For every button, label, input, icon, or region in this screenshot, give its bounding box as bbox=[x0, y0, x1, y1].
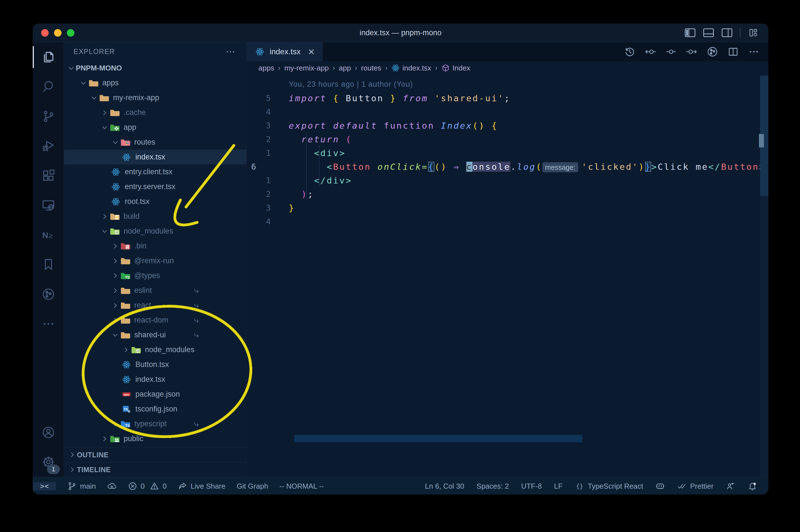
close-tab-icon[interactable]: ✕ bbox=[308, 47, 315, 57]
status-git-graph[interactable]: Git Graph bbox=[237, 482, 268, 491]
more-icon bbox=[42, 317, 55, 330]
tree-item-entry-client-tsx[interactable]: entry.client.tsx bbox=[64, 165, 246, 179]
tree-item-package-json[interactable]: npmpackage.json bbox=[64, 387, 246, 402]
activity-git-graph[interactable] bbox=[33, 280, 64, 309]
activity-source-control[interactable] bbox=[33, 101, 64, 131]
activity-search[interactable] bbox=[33, 72, 64, 101]
tree-item-label: react-dom bbox=[134, 316, 168, 324]
vertical-scrollbar[interactable] bbox=[760, 75, 768, 477]
tree-item-node-modules[interactable]: JSnode_modules bbox=[64, 342, 246, 357]
tree-item-node-modules[interactable]: JSnode_modules bbox=[64, 224, 246, 239]
tree-item-index-tsx[interactable]: index.tsx bbox=[64, 372, 246, 387]
status-live-share[interactable]: Live Share bbox=[178, 481, 226, 491]
status-warnings[interactable]: 0 bbox=[150, 481, 167, 491]
tree-item-root-tsx[interactable]: root.tsx bbox=[64, 194, 246, 209]
symlink-arrow-icon: ⤷ bbox=[194, 419, 199, 429]
status-copilot[interactable] bbox=[655, 481, 665, 491]
breadcrumb-routes[interactable]: routes bbox=[361, 64, 381, 73]
tree-item-entry-server-tsx[interactable]: entry.server.tsx bbox=[64, 179, 246, 194]
gitlens-next-icon[interactable] bbox=[686, 46, 698, 57]
breadcrumb-separator: › bbox=[355, 64, 357, 72]
layout-sidebar-right-icon[interactable] bbox=[721, 28, 732, 37]
tree-item-app[interactable]: app bbox=[64, 120, 246, 135]
section-timeline[interactable]: TIMELINE bbox=[64, 462, 246, 477]
activity-settings[interactable]: 1 bbox=[33, 447, 64, 477]
gitlens-prev-icon[interactable] bbox=[644, 46, 656, 57]
activity-accounts[interactable] bbox=[33, 418, 64, 447]
tree-item-react[interactable]: react⤷ bbox=[64, 298, 246, 313]
breadcrumb-my-remix-app[interactable]: my-remix-app bbox=[284, 64, 329, 73]
tree-item-tsconfig-json[interactable]: TStsconfig.json bbox=[64, 402, 246, 417]
tree-item-eslint[interactable]: eslint⤷ bbox=[64, 283, 246, 298]
activity-extensions[interactable] bbox=[33, 161, 64, 190]
workspace-root[interactable]: PNPM-MONO bbox=[64, 61, 246, 76]
tree-item-routes[interactable]: routes bbox=[64, 135, 246, 150]
line-number: 6 bbox=[247, 162, 289, 171]
status-notifications[interactable] bbox=[748, 481, 757, 491]
tree-item-public[interactable]: public bbox=[64, 431, 246, 446]
status-errors[interactable]: 0 bbox=[128, 481, 145, 491]
editor-tabs: index.tsx ✕ bbox=[247, 42, 768, 61]
line-number: 3 bbox=[247, 121, 289, 130]
warning-icon bbox=[150, 481, 159, 491]
customize-layout-icon[interactable] bbox=[748, 28, 759, 37]
tree-item-index-tsx[interactable]: index.tsx bbox=[64, 150, 246, 165]
breadcrumb-index-tsx[interactable]: index.tsx bbox=[391, 64, 431, 73]
tree-item--bin[interactable]: 0110.bin bbox=[64, 239, 246, 253]
titlebar-layout-controls bbox=[684, 28, 768, 37]
status-language-mode[interactable]: {}TypeScript React bbox=[575, 481, 643, 491]
section-outline[interactable]: OUTLINE bbox=[64, 447, 246, 462]
git-graph-icon[interactable] bbox=[706, 46, 719, 57]
explorer-more-actions-icon[interactable]: ⋯ bbox=[226, 50, 236, 53]
activity-run-debug[interactable] bbox=[33, 131, 64, 161]
activity-more-views[interactable] bbox=[33, 309, 64, 339]
symlink-arrow-icon: ⤷ bbox=[194, 315, 199, 325]
status-label: Live Share bbox=[191, 482, 226, 491]
breadcrumb-apps[interactable]: apps bbox=[259, 64, 274, 73]
remote-explorer-icon bbox=[42, 198, 55, 212]
tree-item-button-tsx[interactable]: Button.tsx bbox=[64, 357, 246, 372]
symlink-arrow-icon: ⤷ bbox=[194, 300, 199, 310]
tree-item--remix-run[interactable]: @remix-run bbox=[64, 253, 246, 268]
gitlens-current-icon[interactable] bbox=[665, 46, 677, 57]
status-vim-mode[interactable]: -- NORMAL -- bbox=[280, 482, 324, 491]
status-eol[interactable]: LF bbox=[554, 482, 563, 491]
status-remote-indicator[interactable]: >< bbox=[33, 482, 56, 490]
symbol-cube-icon bbox=[441, 64, 450, 72]
activity-bookmarks[interactable] bbox=[33, 250, 64, 280]
tree-item--types[interactable]: TS@types bbox=[64, 268, 246, 283]
layout-sidebar-left-icon[interactable] bbox=[684, 28, 696, 37]
vscode-window: index.tsx — pnpm-mono N≥1 EXPLORER ⋯ PNP… bbox=[33, 23, 768, 495]
tab-index-tsx[interactable]: index.tsx ✕ bbox=[247, 42, 323, 61]
tree-item-label: shared-ui bbox=[134, 330, 166, 339]
breadcrumb-app[interactable]: app bbox=[339, 64, 351, 73]
git-blame-annotation: You, 23 hours ago | 1 author (You) bbox=[247, 77, 768, 91]
code-editor[interactable]: You, 23 hours ago | 1 author (You)5impor… bbox=[247, 75, 768, 477]
status-label: 0 bbox=[141, 482, 145, 491]
status-cursor-position[interactable]: Ln 6, Col 30 bbox=[425, 482, 464, 491]
react-icon bbox=[111, 182, 121, 192]
horizontal-scrollbar[interactable] bbox=[294, 435, 583, 442]
split-editor-icon[interactable] bbox=[727, 46, 739, 57]
tree-item-typescript[interactable]: TStypescript⤷ bbox=[64, 417, 246, 431]
activity-explorer[interactable] bbox=[33, 42, 64, 72]
tree-item-react-dom[interactable]: react-dom⤷ bbox=[64, 313, 246, 327]
breadcrumb-label: Index bbox=[453, 64, 471, 73]
tree-item-shared-ui[interactable]: shared-ui⤷ bbox=[64, 327, 246, 342]
tree-item-build[interactable]: build bbox=[64, 209, 246, 224]
more-icon[interactable] bbox=[748, 46, 760, 57]
status-git-branch[interactable]: main bbox=[67, 481, 96, 491]
breadcrumb-index[interactable]: Index bbox=[441, 64, 471, 73]
status-prettier[interactable]: Prettier bbox=[677, 481, 713, 491]
tree-item-apps[interactable]: apps bbox=[64, 76, 246, 90]
status-indentation[interactable]: Spaces: 2 bbox=[477, 482, 509, 491]
activity-nx-console[interactable]: N≥ bbox=[33, 220, 64, 250]
history-icon[interactable] bbox=[624, 46, 636, 57]
status-feedback[interactable] bbox=[726, 481, 736, 491]
tree-item--cache[interactable]: .cache bbox=[64, 105, 246, 120]
status-sync-changes[interactable] bbox=[107, 481, 117, 491]
activity-remote-explorer[interactable] bbox=[33, 190, 64, 220]
status-encoding[interactable]: UTF-8 bbox=[521, 482, 542, 491]
layout-panel-icon[interactable] bbox=[703, 28, 714, 37]
tree-item-my-remix-app[interactable]: my-remix-app bbox=[64, 90, 246, 105]
